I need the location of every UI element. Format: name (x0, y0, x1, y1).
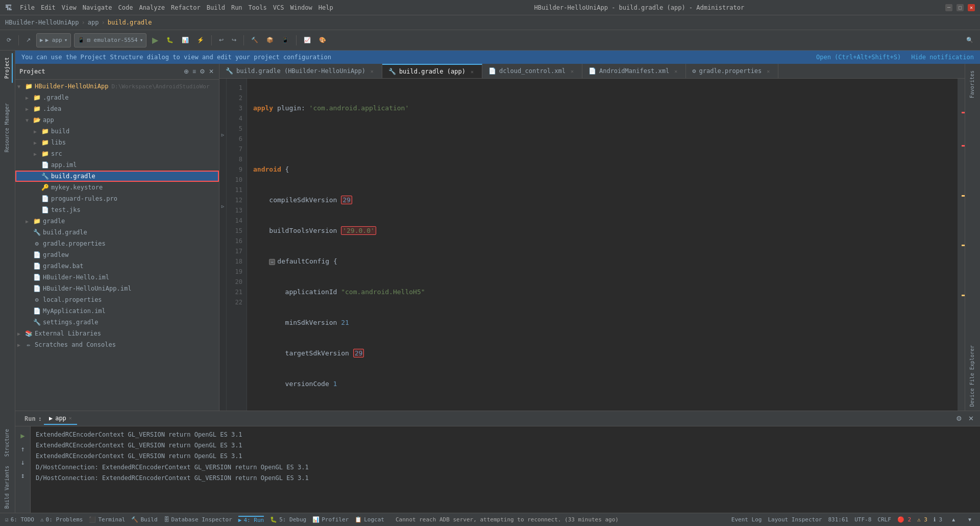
sidebar-settings-button[interactable]: ⚙ (199, 67, 206, 76)
tree-item-appiml[interactable]: ▶ 📄 app.iml (15, 159, 219, 171)
debug-tool[interactable]: 🐛 5: Debug (270, 516, 306, 523)
menu-build[interactable]: Build (207, 4, 225, 11)
menu-refactor[interactable]: Refactor (171, 4, 201, 11)
sync-button[interactable]: ⟳ (4, 35, 14, 45)
tree-item-testjks[interactable]: ▶ 📄 test.jks (15, 204, 219, 216)
run-down-button[interactable]: ↓ (18, 457, 28, 467)
tab-gradle-properties[interactable]: ⚙ gradle.properties ✕ (686, 64, 778, 78)
tree-item-gradleprops[interactable]: ▶ ⚙ gradle.properties (15, 238, 219, 249)
tree-item-hbuilderhellouniapp[interactable]: ▶ 📄 HBuilder-HelloUniApp.iml (15, 283, 219, 294)
tree-item-scratches[interactable]: ▶ ✏ Scratches and Consoles (15, 339, 219, 350)
line-ending-indicator[interactable]: CRLF (877, 516, 891, 523)
run-wrap-button[interactable]: ↕ (18, 470, 28, 481)
tab-dcloud-control[interactable]: 📄 dcloud_control.xml ✕ (482, 64, 582, 78)
theme-editor-button[interactable]: 🎨 (316, 35, 329, 45)
favorites-tab[interactable]: Favorites (967, 66, 978, 102)
tab-close-hbuilder[interactable]: ✕ (369, 67, 376, 75)
menu-vcs[interactable]: VCS (273, 4, 284, 11)
device-file-explorer-tab[interactable]: Device File Explorer (967, 341, 978, 411)
notifications-down-button[interactable]: ▼ (965, 515, 975, 524)
problems-tool[interactable]: ⚠ 0: Problems (40, 516, 83, 523)
tree-item-dotgradle[interactable]: ▶ 📁 .gradle (15, 92, 219, 103)
tree-item-buildgradle-app[interactable]: ▶ 🔧 build.gradle (15, 171, 219, 182)
menu-run[interactable]: Run (231, 4, 242, 11)
tree-item-gradlewbat[interactable]: ▶ 📄 gradlew.bat (15, 260, 219, 272)
run-tool[interactable]: ▶ 4: Run (238, 516, 264, 523)
build-button[interactable]: 🔨 (249, 35, 261, 45)
run-up-button[interactable]: ↑ (18, 444, 28, 454)
sdk-manager-button[interactable]: 📦 (264, 35, 276, 45)
tree-item-buildgradle-root[interactable]: ▶ 🔧 build.gradle (15, 227, 219, 238)
tab-android-manifest[interactable]: 📄 AndroidManifest.xml ✕ (582, 64, 686, 78)
run-button[interactable]: ▶ (150, 34, 161, 46)
info-indicator[interactable]: ℹ 3 (934, 516, 942, 523)
event-log-button[interactable]: Event Log (731, 516, 762, 523)
run-start-button[interactable]: ▶ (18, 431, 28, 441)
tree-item-build[interactable]: ▶ 📁 build (15, 126, 219, 137)
breadcrumb-file[interactable]: build.gradle (108, 19, 152, 26)
tree-item-settingsgradle[interactable]: ▶ 🔧 settings.gradle (15, 317, 219, 328)
layout-inspector-button[interactable]: Layout Inspector (768, 516, 822, 523)
sidebar-close-button[interactable]: ✕ (208, 67, 215, 76)
menu-edit[interactable]: Edit (41, 4, 56, 11)
device-dropdown[interactable]: 📱 ⊟ emulator-5554 ▾ (74, 33, 146, 47)
search-everywhere-button[interactable]: 🔍 (964, 35, 976, 45)
menu-window[interactable]: Window (290, 4, 312, 11)
tab-build-gradle-hbuilder[interactable]: 🔧 build.gradle (HBuilder-HelloUniApp) ✕ (219, 64, 382, 78)
breadcrumb-module[interactable]: app (88, 19, 99, 26)
close-panel-button[interactable]: ✕ (966, 414, 976, 423)
minimize-button[interactable]: ─ (945, 4, 952, 11)
tree-item-root[interactable]: ▼ 📁 HBuilder-HelloUniApp D:\Workspace\An… (15, 81, 219, 92)
coverage-button[interactable]: 📊 (179, 35, 191, 45)
menu-analyze[interactable]: Analyze (139, 4, 165, 11)
notification-open-link[interactable]: Open (Ctrl+Alt+Shift+S) (816, 54, 901, 61)
menu-view[interactable]: View (62, 4, 77, 11)
attach-debugger-button[interactable]: ⚡ (194, 35, 207, 45)
encoding-indicator[interactable]: UTF-8 (854, 516, 871, 523)
resource-manager-tab[interactable]: Resource Manager (2, 99, 13, 156)
menu-code[interactable]: Code (118, 4, 133, 11)
debug-button[interactable]: 🐛 (164, 35, 176, 45)
breadcrumb-app[interactable]: HBuilder-HelloUniApp (5, 19, 79, 26)
tree-item-gradledir[interactable]: ▶ 📁 gradle (15, 216, 219, 227)
collapse-all-button[interactable]: ≡ (191, 67, 197, 76)
menu-file[interactable]: File (20, 4, 35, 11)
logcat-tool[interactable]: 📋 Logcat (355, 516, 384, 523)
profiler-toolbar-button[interactable]: 📈 (301, 35, 313, 45)
tree-item-src[interactable]: ▶ 📁 src (15, 148, 219, 159)
warnings-indicator[interactable]: ⚠ 3 (917, 516, 927, 523)
locate-file-button[interactable]: ⊕ (183, 67, 190, 76)
menu-tools[interactable]: Tools (249, 4, 267, 11)
tree-item-app[interactable]: ▼ 📂 app (15, 114, 219, 126)
tree-item-hbuilderhello[interactable]: ▶ 📄 HBuilder-Hello.iml (15, 272, 219, 283)
menu-help[interactable]: Help (318, 4, 333, 11)
scroll-track[interactable] (958, 79, 965, 411)
tab-close-gradleprops[interactable]: ✕ (765, 67, 772, 75)
tab-close-manifest[interactable]: ✕ (672, 67, 679, 75)
redo-button[interactable]: ↪ (229, 35, 239, 45)
avd-manager-button[interactable]: 📱 (279, 35, 291, 45)
menu-navigate[interactable]: Navigate (83, 4, 112, 11)
project-tab[interactable]: Project (2, 53, 13, 83)
tab-close-dcloud[interactable]: ✕ (569, 67, 576, 75)
tree-item-dotidea[interactable]: ▶ 📁 .idea (15, 103, 219, 114)
todo-tool[interactable]: ☑ 6: TODO (5, 516, 34, 523)
maximize-button[interactable]: □ (957, 4, 964, 11)
close-button[interactable]: ✕ (968, 4, 975, 11)
cursor-icon[interactable]: ↗ (23, 35, 33, 45)
tree-item-myapp[interactable]: ▶ 📄 MyApplication.iml (15, 305, 219, 317)
app-run-tab[interactable]: ▶ app ✕ (44, 413, 77, 425)
terminal-tool[interactable]: ⬛ Terminal (89, 516, 125, 523)
database-inspector-tool[interactable]: 🗄 Database Inspector (164, 516, 232, 523)
build-variants-tab[interactable]: Build Variants (2, 462, 13, 513)
tree-item-localprops[interactable]: ▶ ⚙ local.properties (15, 294, 219, 305)
structure-tab[interactable]: Structure (2, 425, 13, 461)
errors-indicator[interactable]: 🔴 2 (897, 516, 911, 523)
undo-button[interactable]: ↩ (216, 35, 226, 45)
tab-build-gradle-app[interactable]: 🔧 build.gradle (app) ✕ (382, 64, 482, 78)
build-tool[interactable]: 🔨 Build (131, 516, 157, 523)
tree-item-libs[interactable]: ▶ 📁 libs (15, 137, 219, 148)
code-content[interactable]: apply plugin: 'com.android.application' … (247, 79, 958, 411)
tree-item-gradlew[interactable]: ▶ 📄 gradlew (15, 249, 219, 260)
app-run-config-dropdown[interactable]: ▶ ▶ app ▾ (36, 33, 71, 47)
